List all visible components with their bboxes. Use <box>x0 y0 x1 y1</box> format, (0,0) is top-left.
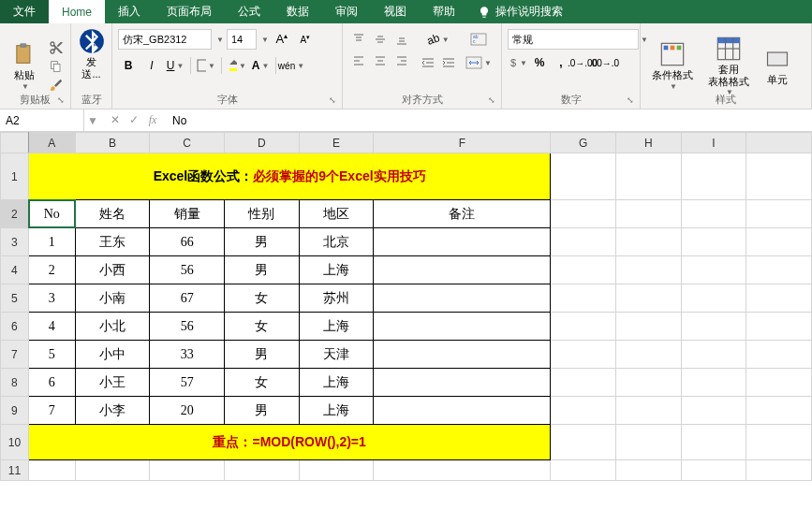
align-center-button[interactable] <box>370 51 391 71</box>
cell[interactable] <box>681 425 746 460</box>
tab-file[interactable]: 文件 <box>0 0 49 23</box>
tab-insert[interactable]: 插入 <box>105 0 154 23</box>
cut-button[interactable] <box>47 39 66 56</box>
cell[interactable] <box>681 397 746 425</box>
col-header-D[interactable]: D <box>225 133 300 153</box>
cell[interactable] <box>616 256 682 284</box>
cell[interactable] <box>746 256 812 284</box>
cell[interactable] <box>681 256 746 284</box>
orientation-button[interactable]: ab▼ <box>418 29 459 50</box>
cell[interactable] <box>616 460 682 481</box>
cell[interactable] <box>746 228 812 256</box>
cell[interactable] <box>681 200 746 228</box>
cell[interactable] <box>299 460 374 481</box>
cell[interactable] <box>225 460 300 481</box>
phonetic-button[interactable]: wén▼ <box>281 55 302 76</box>
bold-button[interactable]: B <box>118 55 139 76</box>
cell[interactable] <box>681 460 746 481</box>
cell[interactable]: 小南 <box>75 284 150 313</box>
cell[interactable]: 2 <box>28 256 75 284</box>
cell[interactable] <box>681 369 746 397</box>
row-header[interactable]: 8 <box>1 369 29 397</box>
cell[interactable] <box>551 153 616 200</box>
cell[interactable]: 天津 <box>299 341 374 369</box>
clipboard-launcher[interactable]: ⤡ <box>57 95 68 107</box>
tell-me-search[interactable]: 操作说明搜索 <box>468 4 572 20</box>
cell[interactable]: 小西 <box>75 256 150 284</box>
cell[interactable]: 20 <box>150 397 225 425</box>
confirm-formula-button[interactable]: ✓ <box>125 113 142 127</box>
tab-home[interactable]: Home <box>49 0 105 23</box>
align-left-button[interactable] <box>348 51 369 71</box>
select-all-corner[interactable] <box>1 133 29 153</box>
wrap-text-button[interactable]: abc <box>465 29 493 50</box>
increase-indent-button[interactable] <box>438 52 459 73</box>
cell[interactable]: 女 <box>225 284 300 313</box>
copy-button[interactable] <box>47 58 66 75</box>
cell[interactable] <box>374 341 551 369</box>
align-bottom-button[interactable] <box>391 29 412 50</box>
cell[interactable] <box>551 256 616 284</box>
cell[interactable]: 67 <box>150 284 225 313</box>
merge-button[interactable]: ▼ <box>465 52 493 73</box>
row-header[interactable]: 7 <box>1 341 29 369</box>
tab-layout[interactable]: 页面布局 <box>154 0 225 23</box>
row-header[interactable]: 4 <box>1 256 29 284</box>
row-header[interactable]: 6 <box>1 313 29 341</box>
decrease-font-button[interactable]: A▾ <box>295 29 316 50</box>
col-header-E[interactable]: E <box>299 133 374 153</box>
cell[interactable] <box>374 313 551 341</box>
row-header[interactable]: 1 <box>1 153 29 200</box>
number-format-select[interactable] <box>508 29 639 50</box>
col-header-F[interactable]: F <box>374 133 551 153</box>
cell[interactable]: 7 <box>28 397 75 425</box>
cell[interactable]: 女 <box>225 313 300 341</box>
cell[interactable]: 小中 <box>75 341 150 369</box>
col-header-I[interactable]: I <box>681 133 746 153</box>
cell[interactable]: 3 <box>28 284 75 313</box>
cell[interactable] <box>746 341 812 369</box>
number-launcher[interactable]: ⤡ <box>627 95 638 107</box>
cell[interactable]: 57 <box>150 369 225 397</box>
tab-review[interactable]: 审阅 <box>322 0 371 23</box>
cell[interactable]: 小王 <box>75 369 150 397</box>
align-top-button[interactable] <box>348 29 369 50</box>
cell[interactable]: 王东 <box>75 228 150 256</box>
col-header-H[interactable]: H <box>616 133 682 153</box>
cell[interactable] <box>616 313 682 341</box>
cell[interactable] <box>551 397 616 425</box>
cell[interactable]: 性别 <box>225 200 300 228</box>
cell[interactable] <box>551 460 616 481</box>
cell[interactable]: 上海 <box>299 369 374 397</box>
cell[interactable] <box>551 425 616 460</box>
cell[interactable] <box>616 369 682 397</box>
font-name-select[interactable] <box>118 29 212 50</box>
cell[interactable] <box>374 397 551 425</box>
cell[interactable] <box>681 284 746 313</box>
cell[interactable]: 33 <box>150 341 225 369</box>
name-box[interactable]: A2 <box>0 109 84 131</box>
col-header-G[interactable]: G <box>551 133 616 153</box>
cell[interactable] <box>150 460 225 481</box>
cell[interactable] <box>746 284 812 313</box>
cell[interactable] <box>551 228 616 256</box>
cell[interactable] <box>616 397 682 425</box>
row-header[interactable]: 2 <box>1 200 29 228</box>
cell[interactable]: 男 <box>225 397 300 425</box>
align-middle-button[interactable] <box>370 29 391 50</box>
cell[interactable] <box>746 369 812 397</box>
cell[interactable]: 小李 <box>75 397 150 425</box>
row-header[interactable]: 3 <box>1 228 29 256</box>
decrease-decimal-button[interactable]: .00→.0 <box>594 52 614 73</box>
cell[interactable]: No <box>28 200 75 228</box>
sheet-area[interactable]: A B C D E F G H I 1 Excel函数公式：必须掌握的9个Exc… <box>0 132 812 481</box>
cell[interactable]: 重点：=MOD(ROW(),2)=1 <box>28 425 550 460</box>
cell[interactable]: 1 <box>28 228 75 256</box>
align-right-button[interactable] <box>391 51 412 71</box>
col-header-A[interactable]: A <box>28 133 75 153</box>
decrease-indent-button[interactable] <box>418 52 438 73</box>
cell[interactable] <box>746 200 812 228</box>
cell[interactable]: 上海 <box>299 256 374 284</box>
cell[interactable] <box>616 200 682 228</box>
tab-help[interactable]: 帮助 <box>420 0 468 23</box>
